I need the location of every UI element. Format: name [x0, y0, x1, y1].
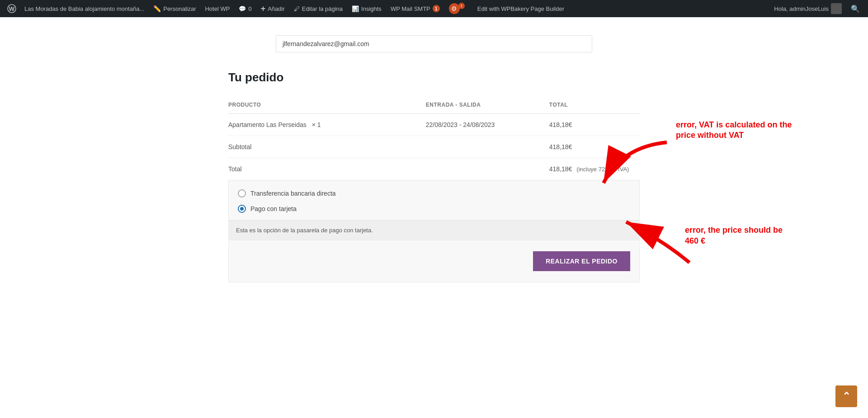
- main-content: Tu pedido error, VAT is calculated on th…: [0, 17, 868, 418]
- date-range: 22/08/2023 - 24/08/2023: [426, 114, 549, 136]
- product-name: Apartamento Las Perseidas × 1: [228, 114, 426, 136]
- bank-transfer-radio[interactable]: [238, 189, 246, 197]
- add-new-button[interactable]: + Añadir: [256, 0, 289, 17]
- insights-button[interactable]: 📊 Insights: [347, 0, 386, 17]
- vat-error-annotation: error, VAT is calculated on the price wi…: [676, 120, 793, 141]
- gear-notification-badge: !: [458, 3, 465, 9]
- product-column-header: PRODUCTO: [228, 97, 426, 114]
- comments-button[interactable]: 💬 0: [234, 0, 256, 17]
- vat-arrow: [576, 138, 676, 194]
- edit-page-button[interactable]: 🖊 Editar la página: [289, 0, 347, 17]
- total-column-header: TOTAL: [549, 97, 640, 114]
- card-payment-option[interactable]: Pago con tarjeta: [238, 205, 630, 213]
- total-label: Total: [228, 158, 426, 180]
- bar-chart-icon: 📊: [352, 5, 359, 12]
- comment-icon: 💬: [239, 5, 246, 12]
- bank-transfer-label: Transferencia bancaria directa: [250, 190, 336, 197]
- pencil-icon: ✏️: [153, 5, 161, 12]
- user-greeting[interactable]: Hola, adminJoseLuis: [769, 0, 846, 17]
- order-bottom: REALIZAR EL PEDIDO: [228, 240, 640, 282]
- subtotal-label: Subtotal: [228, 136, 426, 158]
- user-avatar-icon: [831, 3, 842, 14]
- order-row: Apartamento Las Perseidas × 1 22/08/2023…: [228, 114, 640, 136]
- card-payment-radio[interactable]: [238, 205, 246, 213]
- order-title: Tu pedido: [228, 70, 640, 85]
- site-name[interactable]: Las Moradas de Babia alojamiento montaña…: [20, 0, 149, 17]
- bank-transfer-option[interactable]: Transferencia bancaria directa: [238, 189, 630, 197]
- wp-logo[interactable]: W: [4, 0, 20, 17]
- wp-mail-smtp-button[interactable]: WP Mail SMTP 1: [386, 0, 444, 17]
- edit-icon: 🖊: [294, 5, 300, 12]
- scroll-to-top-button[interactable]: ⌃: [835, 385, 857, 407]
- wpbakery-edit-button[interactable]: Edit with WPBakery Page Builder: [473, 0, 569, 17]
- row-price: 418,18€: [549, 114, 640, 136]
- price-error-annotation: error, the price should be 460 €: [685, 225, 793, 246]
- chevron-up-icon: ⌃: [842, 391, 850, 401]
- plus-icon: +: [261, 4, 266, 14]
- smtp-badge: 1: [433, 5, 440, 12]
- payment-description: Esta es la opción de la pasarela de pago…: [229, 220, 639, 240]
- card-payment-label: Pago con tarjeta: [250, 205, 297, 212]
- email-field-wrapper: [267, 35, 601, 52]
- email-input[interactable]: [276, 35, 592, 52]
- order-table-wrapper: error, VAT is calculated on the price wi…: [228, 97, 640, 282]
- search-button[interactable]: 🔍: [846, 0, 864, 17]
- order-section: Tu pedido error, VAT is calculated on th…: [151, 70, 717, 282]
- price-arrow: [604, 213, 694, 269]
- hotel-wp-button[interactable]: Hotel WP: [200, 0, 234, 17]
- dates-column-header: ENTRADA - SALIDA: [426, 97, 549, 114]
- customize-button[interactable]: ✏️ Personalizar: [149, 0, 200, 17]
- search-icon: 🔍: [851, 5, 860, 13]
- admin-bar: W Las Moradas de Babia alojamiento monta…: [0, 0, 868, 17]
- svg-text:W: W: [9, 5, 15, 12]
- gear-button[interactable]: ⚙ !: [444, 0, 473, 17]
- site-name-label: Las Moradas de Babia alojamiento montaña…: [24, 5, 144, 12]
